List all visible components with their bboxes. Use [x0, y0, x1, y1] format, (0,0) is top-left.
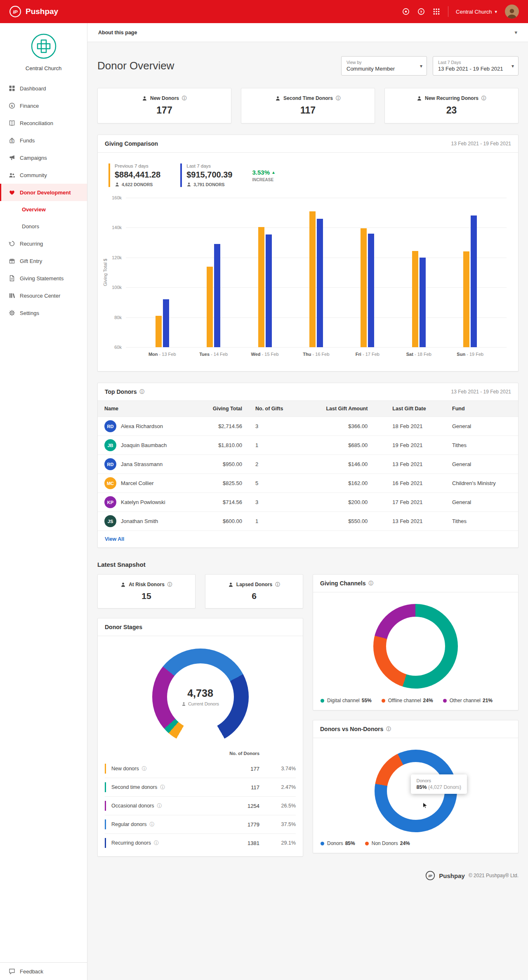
- top-donors-date-range: 13 Feb 2021 - 19 Feb 2021: [451, 389, 511, 395]
- change-indicator: 3.53% ▲ INCREASE: [252, 169, 275, 182]
- info-icon[interactable]: ⓘ: [140, 389, 145, 394]
- info-icon[interactable]: ⓘ: [167, 582, 172, 587]
- sidebar-item-overview[interactable]: Overview: [0, 201, 87, 218]
- chart-ytick-label: 140k: [112, 225, 122, 230]
- chevron-down-icon[interactable]: ▾: [514, 29, 517, 36]
- sidebar-item-recurring[interactable]: Recurring: [0, 235, 87, 252]
- info-icon[interactable]: ⓘ: [368, 581, 373, 586]
- org-switcher[interactable]: Central Church ▾: [448, 6, 497, 17]
- church-logo-icon: [31, 33, 57, 59]
- info-icon[interactable]: ⓘ: [154, 840, 159, 845]
- no-of-gifts-cell: 1: [249, 512, 301, 531]
- sidebar-item-donor-development[interactable]: Donor Development: [0, 184, 87, 201]
- sidebar-item-finance[interactable]: $Finance: [0, 97, 87, 114]
- sidebar-item-giving-statements[interactable]: Giving Statements: [0, 270, 87, 287]
- whats-new-icon[interactable]: [402, 8, 410, 15]
- sidebar-item-dashboard[interactable]: Dashboard: [0, 80, 87, 97]
- stage-percent: 26.5%: [259, 803, 296, 809]
- table-row[interactable]: RDAlexa Richardson$2,714.563$366.0018 Fe…: [98, 417, 518, 436]
- recurring-icon: [9, 240, 15, 247]
- donor-stage-row-occasional-donors: Occasional donors ⓘ125426.5%: [105, 797, 296, 815]
- chart-bar[interactable]: [207, 267, 213, 347]
- date-range-dropdown[interactable]: Last 7 Days 13 Feb 2021 - 19 Feb 2021 ▾: [433, 56, 519, 76]
- view-by-dropdown[interactable]: View by Community Member ▾: [341, 56, 427, 76]
- sidebar-item-campaigns[interactable]: Campaigns: [0, 149, 87, 166]
- chart-bar[interactable]: [214, 244, 220, 347]
- info-icon[interactable]: ⓘ: [149, 822, 154, 827]
- avatar: RD: [104, 420, 116, 432]
- table-row[interactable]: RDJana Strassmann$950.002$146.0013 Feb 2…: [98, 455, 518, 474]
- info-icon[interactable]: ⓘ: [386, 727, 391, 731]
- chart-bar[interactable]: [412, 251, 418, 347]
- sidebar-item-feedback[interactable]: Feedback: [0, 963, 87, 980]
- legend-label: Other channel: [450, 698, 481, 703]
- sidebar-item-gift-entry[interactable]: Gift Entry: [0, 252, 87, 270]
- chart-bar[interactable]: [266, 234, 272, 347]
- donut-tooltip: Donors 85% (4,027 Donors): [411, 774, 467, 794]
- apps-icon[interactable]: [433, 8, 440, 15]
- table-row[interactable]: KPKatelyn Powlowski$714.563$200.0017 Feb…: [98, 493, 518, 512]
- no-of-gifts-cell: 5: [249, 474, 301, 493]
- view-all-link[interactable]: View All: [98, 530, 518, 547]
- chart-bar[interactable]: [463, 251, 469, 347]
- main-content: About this page ▾ Donor Overview View by…: [87, 23, 528, 980]
- table-row[interactable]: JBJoaquin Baumbach$1,810.001$685.0019 Fe…: [98, 436, 518, 455]
- user-avatar[interactable]: [505, 5, 519, 19]
- chart-bar[interactable]: [156, 316, 162, 347]
- table-row[interactable]: JSJonathan Smith$600.001$550.0013 Feb 20…: [98, 512, 518, 531]
- last-gift-amount-cell: $550.00: [301, 512, 386, 531]
- chart-bar[interactable]: [163, 299, 169, 347]
- info-icon[interactable]: ⓘ: [481, 96, 486, 101]
- sidebar-item-community[interactable]: Community: [0, 166, 87, 184]
- date-range-label: Last 7 Days: [438, 60, 506, 65]
- stage-label: Occasional donors ⓘ: [111, 803, 231, 809]
- chart-bar[interactable]: [309, 211, 316, 347]
- chart-bar[interactable]: [258, 227, 264, 347]
- chart-bar[interactable]: [368, 234, 374, 347]
- avatar: KP: [104, 496, 116, 508]
- giving-channels-title: Giving Channels ⓘ: [320, 580, 373, 587]
- avatar: JB: [104, 439, 116, 451]
- info-icon[interactable]: ⓘ: [182, 96, 187, 101]
- giving-comparison-stats: Previous 7 days $884,441.28 4,622 DONORS…: [98, 153, 518, 189]
- chart-x-label: Sat - 18 Feb: [406, 352, 431, 357]
- sidebar-item-resource-center[interactable]: Resource Center: [0, 287, 87, 304]
- help-icon[interactable]: ?: [417, 8, 425, 15]
- legend-label: Donors: [327, 840, 343, 846]
- sidebar-item-settings[interactable]: Settings: [0, 304, 87, 322]
- chart-bar[interactable]: [317, 219, 323, 347]
- increase-arrow-icon: ▲: [271, 170, 276, 175]
- donors-vs-non-donors-chart: Donors 85% (4,027 Donors): [375, 750, 457, 832]
- chart-bar[interactable]: [361, 228, 367, 347]
- legend-label: Offline channel: [388, 698, 421, 703]
- sidebar-item-donors[interactable]: Donors: [0, 218, 87, 235]
- info-icon[interactable]: ⓘ: [157, 803, 162, 808]
- giving-channels-donut[interactable]: [373, 604, 458, 689]
- pushpay-logo[interactable]: IP Pushpay: [9, 5, 58, 18]
- giving-statements-icon: [9, 275, 15, 282]
- sidebar-item-reconciliation[interactable]: Reconciliation: [0, 114, 87, 132]
- chart-bar[interactable]: [471, 215, 477, 347]
- fund-cell: General: [446, 493, 518, 512]
- stage-color-bar: [105, 764, 106, 774]
- info-icon[interactable]: ⓘ: [142, 766, 147, 771]
- info-icon[interactable]: ⓘ: [336, 96, 341, 101]
- about-this-page-bar[interactable]: About this page ▾: [87, 23, 528, 42]
- table-row[interactable]: MCMarcel Collier$825.505$162.0016 Feb 20…: [98, 474, 518, 493]
- donor-stage-row-new-donors: New donors ⓘ1773.74%: [105, 760, 296, 778]
- donors-vs-non-donors-legend: Donors85%Non Donors24%: [313, 833, 518, 853]
- person-icon: [182, 702, 186, 706]
- brand-name: Pushpay: [26, 7, 58, 16]
- no-of-gifts-cell: 1: [249, 436, 301, 455]
- info-icon[interactable]: ⓘ: [275, 582, 280, 587]
- stage-count: 1254: [231, 803, 259, 809]
- chart-ytick-label: 60k: [114, 345, 122, 350]
- giving-total-cell: $600.00: [194, 512, 249, 531]
- donor-stages-donut[interactable]: 4,738 Current Donors: [152, 649, 249, 745]
- giving-total-cell: $950.00: [194, 455, 249, 474]
- fund-cell: Tithes: [446, 512, 518, 531]
- sidebar-item-funds[interactable]: $Funds: [0, 132, 87, 149]
- info-icon[interactable]: ⓘ: [160, 785, 165, 790]
- chart-bar[interactable]: [420, 258, 426, 347]
- finance-icon: $: [9, 102, 15, 109]
